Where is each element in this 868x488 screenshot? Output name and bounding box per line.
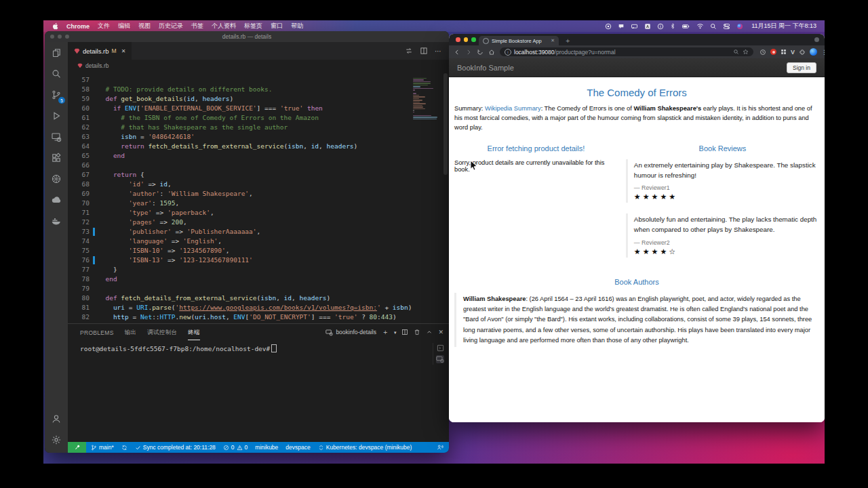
back-button[interactable]	[454, 49, 460, 56]
terminal-dropdown-icon[interactable]: ▾	[394, 330, 397, 335]
menubar-item[interactable]: 书签	[191, 22, 203, 30]
code-line[interactable]: 62 # that has Shakespeare as the single …	[68, 123, 449, 132]
menubar-item[interactable]: 编辑	[118, 22, 130, 30]
menubar-item[interactable]: 窗口	[271, 22, 283, 30]
code-line[interactable]: 63 isbn = '0486424618'	[68, 132, 449, 142]
problems-status[interactable]: 0 0	[223, 444, 248, 451]
menubar-item[interactable]: 历史记录	[159, 22, 183, 30]
minimap[interactable]	[413, 76, 440, 119]
bluetooth-icon[interactable]	[670, 22, 675, 30]
code-line[interactable]: 77 }	[68, 265, 449, 274]
info-circle-icon[interactable]	[657, 23, 664, 30]
close-window-button[interactable]	[456, 37, 460, 42]
signin-button[interactable]: Sign in	[787, 62, 816, 73]
search-icon[interactable]	[45, 63, 68, 84]
code-line[interactable]: 65 end	[68, 151, 449, 161]
more-actions-icon[interactable]: ⋯	[435, 47, 442, 55]
extension-v-icon[interactable]: V	[791, 49, 795, 56]
docker-icon[interactable]	[45, 210, 68, 231]
menubar-item[interactable]: 标签页	[244, 22, 262, 30]
remote-indicator[interactable]	[68, 442, 86, 453]
tab-search-icon[interactable]	[814, 37, 819, 42]
code-line[interactable]: 60 if ENV['ENABLE_EXTERNAL_BOOK_SERVICE'…	[68, 104, 449, 113]
menubar-item[interactable]: 文件	[98, 22, 110, 30]
code-line[interactable]: 71 'type' => 'paperback',	[68, 208, 449, 218]
feedback-icon[interactable]	[437, 444, 443, 451]
code-line[interactable]: 58 # TODO: provide details on different …	[68, 85, 449, 94]
control-center-icon[interactable]	[723, 23, 730, 30]
input-source-icon[interactable]	[644, 23, 651, 30]
editor-scrollbar[interactable]	[442, 72, 449, 323]
tab-close-icon[interactable]: ✕	[551, 38, 555, 43]
kubernetes-context-status[interactable]: Kubernetes: devspace (minikube)	[318, 444, 412, 451]
site-info-icon[interactable]: i	[505, 49, 511, 56]
code-line[interactable]: 80 def fetch_details_from_external_servi…	[68, 293, 449, 303]
account-icon[interactable]	[45, 408, 68, 429]
code-line[interactable]: 73 'publisher' => 'PublisherAaaaaaa',	[68, 227, 449, 237]
wifi-icon[interactable]	[696, 23, 704, 29]
code-line[interactable]: 79	[68, 284, 449, 293]
address-bar[interactable]: i localhost:39080/productpage?u=normal	[500, 47, 753, 56]
menubar-item[interactable]: 个人资料	[212, 22, 236, 30]
panel-tab[interactable]: PROBLEMS	[80, 325, 114, 339]
split-editor-icon[interactable]	[420, 47, 428, 55]
code-editor[interactable]: 5758 # TODO: provide details on differen…	[68, 72, 449, 323]
menubar-clock[interactable]: 11月15日 周一 下午8:13	[751, 22, 816, 30]
bookmark-star-icon[interactable]	[743, 49, 749, 55]
home-button[interactable]	[488, 49, 495, 56]
extensions-puzzle-icon[interactable]	[799, 49, 806, 56]
editor-tab-details-rb[interactable]: details.rb M ✕	[68, 42, 132, 60]
devspace-status[interactable]: devspace	[285, 444, 310, 451]
vscode-titlebar[interactable]: details.rb — details	[45, 31, 449, 42]
history-clock-icon[interactable]	[760, 49, 766, 56]
panel-tab[interactable]: 终端	[188, 325, 200, 340]
chat-icon[interactable]	[618, 23, 625, 30]
kill-terminal-icon[interactable]	[414, 329, 420, 336]
navbar-brand[interactable]: BookInfo Sample	[457, 64, 514, 72]
siri-icon[interactable]	[736, 23, 743, 30]
battery-icon[interactable]	[682, 23, 690, 30]
minimize-window-button[interactable]	[464, 37, 469, 42]
split-terminal-icon[interactable]	[401, 329, 408, 336]
code-line[interactable]: 70 'year': 1595,	[68, 199, 449, 208]
run-debug-icon[interactable]	[45, 105, 68, 126]
code-line[interactable]: 75 'ISBN-10' => '1234567890',	[68, 246, 449, 256]
code-line[interactable]: 81 uri = URI.parse('https://www.googleap…	[68, 303, 449, 312]
settings-gear-icon[interactable]	[45, 429, 68, 450]
code-line[interactable]: 61 # the ISBN of one of Comedy of Errors…	[68, 113, 449, 123]
zoom-icon[interactable]	[733, 49, 739, 55]
tab-close-icon[interactable]: ✕	[121, 48, 126, 54]
reload-button[interactable]	[477, 49, 484, 56]
terminal-profile-select[interactable]: bookinfo-details	[326, 329, 376, 336]
code-line[interactable]: 68 'id' => id,	[68, 180, 449, 189]
menubar-item[interactable]: 帮助	[291, 22, 303, 30]
onepassword-icon[interactable]	[605, 23, 612, 30]
code-line[interactable]: 78 end	[68, 274, 449, 284]
terminal-launch-icon[interactable]	[437, 344, 444, 352]
panel-tab[interactable]: 输出	[125, 325, 137, 340]
minikube-status[interactable]: minikube	[255, 444, 278, 451]
menubar-item[interactable]: 视图	[138, 22, 151, 30]
terminal-content[interactable]: root@details-5fdfc5567-f7bp8:/home/nocal…	[68, 340, 449, 442]
screen-mirroring-icon[interactable]	[631, 23, 638, 30]
code-line[interactable]: 59 def get_book_details(id, headers)	[68, 94, 449, 104]
code-line[interactable]: 69 'author': 'William Shakespeare',	[68, 189, 449, 199]
close-panel-icon[interactable]: ✕	[438, 329, 443, 336]
extension-red-icon[interactable]	[770, 49, 776, 55]
menubar-app-name[interactable]: Chrome	[66, 23, 90, 30]
code-line[interactable]: 82 http = Net::HTTP.new(uri.host, ENV['D…	[68, 312, 449, 322]
panel-tab[interactable]: 调试控制台	[147, 325, 177, 340]
sync-changes-button[interactable]	[121, 445, 127, 451]
apple-menu-icon[interactable]	[52, 22, 58, 30]
code-line[interactable]: 72 'pages' => 200,	[68, 218, 449, 227]
wikipedia-link[interactable]: Wikipedia Summary	[485, 105, 541, 112]
compare-changes-icon[interactable]	[405, 47, 413, 55]
new-terminal-icon[interactable]: ＋	[382, 329, 389, 336]
chrome-menu-icon[interactable]: ⋮	[821, 49, 825, 56]
kubernetes-icon[interactable]	[45, 168, 68, 189]
git-branch-status[interactable]: main*	[91, 444, 114, 451]
extensions-icon[interactable]	[45, 147, 68, 168]
breadcrumb[interactable]: details.rb	[68, 60, 449, 72]
remote-explorer-icon[interactable]	[45, 126, 68, 147]
terminal-tabs-view-icon[interactable]	[436, 355, 444, 363]
